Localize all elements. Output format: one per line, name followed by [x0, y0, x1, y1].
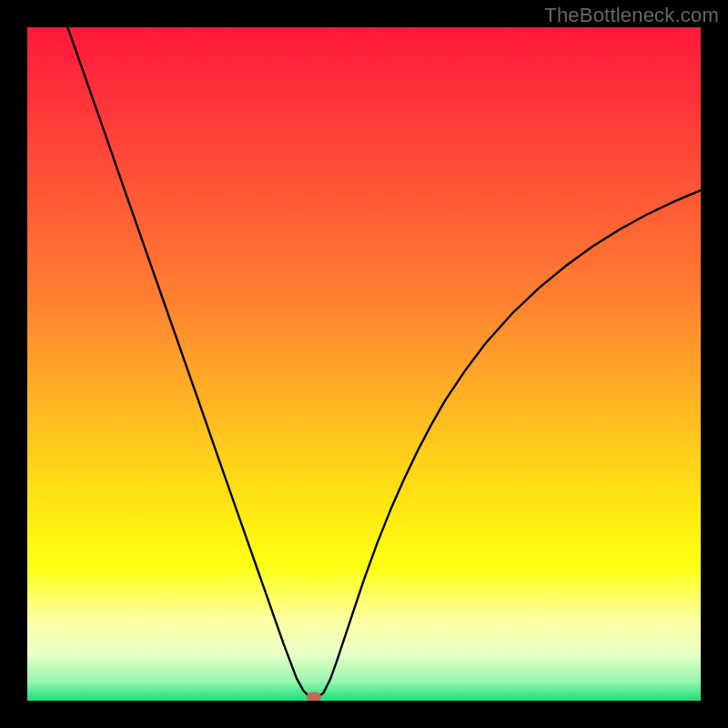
watermark-text: TheBottleneck.com [544, 4, 719, 27]
bottleneck-curve [27, 27, 701, 701]
plot-area [27, 27, 701, 701]
minimum-marker [307, 693, 321, 701]
chart-frame: TheBottleneck.com [0, 0, 728, 728]
